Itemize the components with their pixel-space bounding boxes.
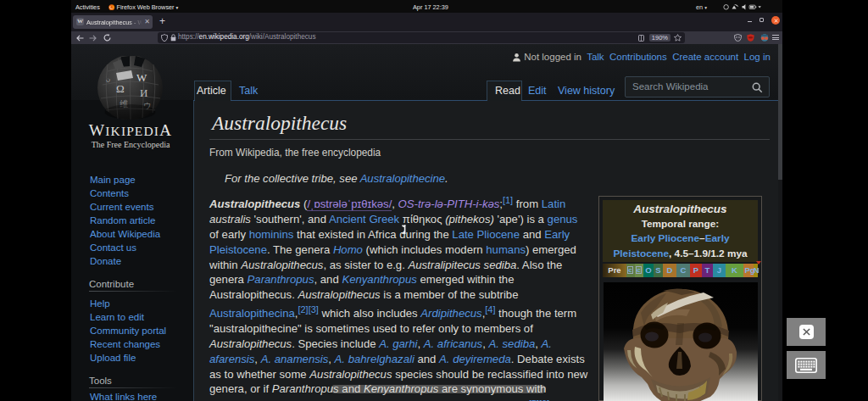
svg-text:И: И <box>140 86 147 99</box>
svg-text:ن: ن <box>106 76 110 83</box>
svg-text:Ω: Ω <box>116 82 125 95</box>
svg-text:W: W <box>136 71 147 84</box>
